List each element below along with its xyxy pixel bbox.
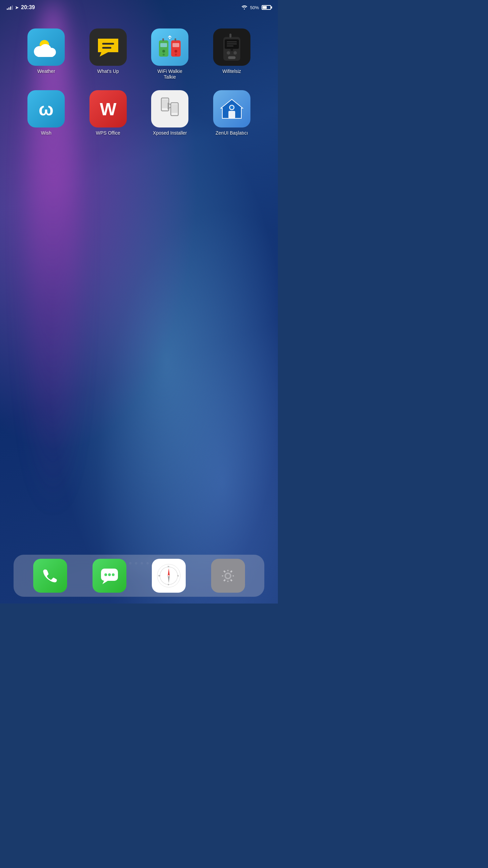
- signal-bar-4: [12, 5, 13, 10]
- app-icon-whatsup: [89, 28, 127, 66]
- battery-percent: 50%: [250, 5, 259, 10]
- app-item-zenui[interactable]: ZenUI Başlatıcı: [204, 90, 260, 136]
- status-time: 20:39: [21, 4, 35, 11]
- status-bar: ➤ 20:39 50%: [0, 0, 278, 15]
- app-item-wish[interactable]: ω Wish: [19, 90, 74, 136]
- phone-icon: [33, 559, 67, 593]
- svg-point-25: [227, 51, 230, 55]
- app-grid: Weather What's Up: [0, 15, 278, 136]
- svg-rect-22: [227, 43, 237, 44]
- signal-bar-1: [7, 8, 8, 10]
- svg-rect-34: [171, 104, 178, 113]
- status-right: 50%: [241, 5, 271, 11]
- svg-point-39: [230, 106, 233, 109]
- svg-point-26: [233, 51, 237, 55]
- app-label-wish: Wish: [41, 130, 52, 136]
- app-icon-wps: W: [89, 90, 127, 127]
- dock-app-messages[interactable]: [93, 559, 126, 593]
- svg-text:S: S: [168, 584, 169, 586]
- app-label-wifitelsiz: Wifitelsiz: [222, 68, 241, 74]
- app-item-xposed[interactable]: Xposed Installer: [142, 90, 198, 136]
- app-item-wifitelsiz[interactable]: Wifitelsiz: [204, 28, 260, 80]
- app-icon-wish: ω: [27, 90, 65, 127]
- svg-text:W: W: [100, 99, 117, 119]
- app-item-weather[interactable]: Weather: [19, 28, 74, 80]
- svg-point-42: [104, 573, 107, 576]
- app-item-wifi-walkie[interactable]: WiFi Walkie Talkie: [142, 28, 198, 80]
- app-icon-wifitelsiz: [213, 28, 250, 66]
- svg-point-43: [108, 573, 111, 576]
- svg-rect-24: [229, 34, 231, 38]
- app-label-whatsup: What's Up: [97, 68, 119, 74]
- app-label-xposed: Xposed Installer: [153, 130, 187, 136]
- svg-text:ω: ω: [39, 99, 54, 119]
- settings-icon: [211, 559, 245, 593]
- svg-rect-9: [160, 43, 167, 47]
- dock: N S E W: [14, 555, 264, 597]
- app-icon-wifi-walkie: [151, 28, 188, 66]
- svg-point-18: [169, 38, 170, 39]
- svg-rect-21: [227, 41, 237, 42]
- signal-bars: [7, 5, 13, 10]
- dock-app-settings[interactable]: [211, 559, 245, 593]
- svg-rect-32: [162, 99, 168, 108]
- battery-icon: [262, 5, 271, 10]
- svg-rect-14: [172, 43, 179, 47]
- app-icon-weather: [27, 28, 65, 66]
- svg-text:N: N: [168, 566, 169, 568]
- svg-rect-10: [162, 38, 164, 41]
- app-icon-zenui: [213, 90, 250, 127]
- location-arrow-icon: ➤: [15, 5, 19, 10]
- svg-point-16: [175, 50, 177, 53]
- signal-bar-3: [10, 6, 11, 10]
- svg-point-17: [175, 54, 177, 56]
- svg-rect-23: [227, 45, 233, 46]
- signal-bar-2: [8, 7, 9, 10]
- app-icon-xposed: [151, 90, 188, 127]
- app-item-wps[interactable]: W WPS Office: [81, 90, 136, 136]
- app-label-wifi-walkie: WiFi Walkie Talkie: [151, 68, 188, 80]
- app-label-weather: Weather: [37, 68, 55, 74]
- svg-point-11: [162, 50, 165, 53]
- dock-app-safari[interactable]: N S E W: [152, 559, 186, 593]
- svg-marker-41: [102, 580, 108, 584]
- svg-point-44: [112, 573, 115, 576]
- svg-rect-15: [175, 38, 176, 41]
- wifi-icon: [241, 5, 247, 11]
- svg-rect-37: [228, 111, 235, 118]
- dock-app-phone[interactable]: [33, 559, 67, 593]
- battery-fill: [263, 6, 267, 9]
- status-left: ➤ 20:39: [7, 4, 35, 11]
- svg-point-56: [226, 574, 230, 578]
- messages-icon: [93, 559, 126, 593]
- svg-rect-27: [228, 56, 236, 59]
- svg-text:E: E: [178, 575, 179, 577]
- svg-rect-4: [37, 52, 54, 57]
- svg-point-12: [163, 54, 165, 56]
- safari-icon: N S E W: [152, 559, 186, 593]
- svg-point-28: [230, 48, 233, 51]
- app-item-whatsup[interactable]: What's Up: [81, 28, 136, 80]
- svg-text:W: W: [158, 575, 160, 577]
- app-label-wps: WPS Office: [96, 130, 120, 136]
- app-label-zenui: ZenUI Başlatıcı: [216, 130, 248, 136]
